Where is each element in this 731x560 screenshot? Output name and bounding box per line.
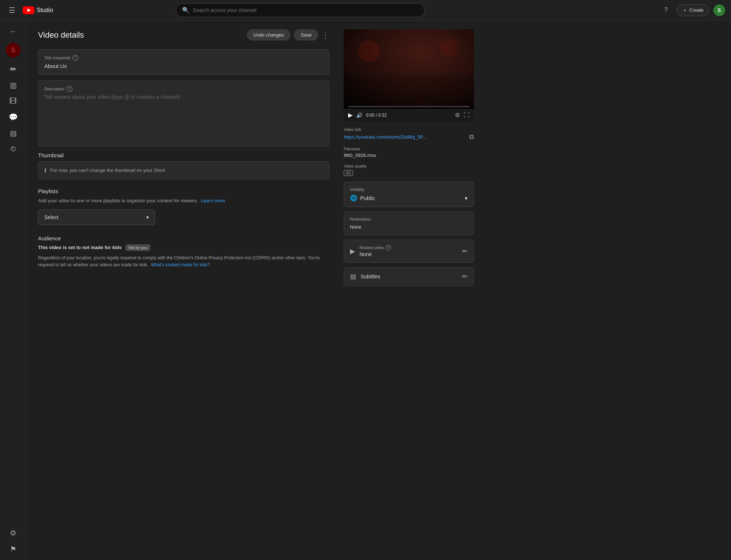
sidebar-item-copyright[interactable]: © — [0, 141, 26, 157]
description-help-icon[interactable]: ? — [67, 86, 72, 92]
film-icon: 🎞 — [10, 97, 17, 105]
sidebar-item-content[interactable]: 🎞 — [0, 93, 26, 109]
quality-section: Video quality SD — [344, 164, 474, 176]
sidebar-item-comments[interactable]: 💬 — [0, 109, 26, 125]
top-nav: ☰ Studio 🔍 ? ＋ Create S — [0, 0, 731, 20]
related-video-edit-icon[interactable]: ✏ — [462, 247, 468, 255]
more-options-button[interactable]: ⋮ — [322, 31, 329, 40]
audience-title: Audience — [38, 235, 329, 241]
page-title: Video details — [38, 30, 84, 40]
analytics-icon: ▥ — [10, 81, 17, 90]
search-icon: 🔍 — [182, 7, 189, 14]
title-value: About Us — [44, 63, 323, 69]
sidebar-item-subtitles[interactable]: ▤ — [0, 125, 26, 141]
thumbnail-section: Thumbnail ℹ For now, you can't change th… — [38, 152, 329, 179]
search-input[interactable] — [193, 7, 418, 13]
search-bar[interactable]: 🔍 — [176, 3, 425, 17]
title-label: Title (required) ? — [44, 55, 323, 61]
related-video-help-icon[interactable]: ? — [386, 245, 391, 250]
feedback-icon: ⚑ — [10, 545, 16, 553]
info-icon: ℹ — [44, 167, 46, 174]
hamburger-menu-icon[interactable]: ☰ — [6, 3, 18, 18]
save-button[interactable]: Save — [294, 29, 318, 41]
copy-link-icon[interactable]: ⧉ — [469, 133, 474, 141]
video-preview: ▶ 🔊 0:00 / 0:32 ⚙ ⛶ — [344, 29, 474, 121]
playlists-title: Playlists — [38, 188, 329, 194]
visibility-chevron-icon[interactable]: ▾ — [465, 195, 468, 202]
audience-notice: This video is set to not made for kids S… — [38, 244, 329, 251]
playlist-select-label: Select — [44, 214, 59, 220]
video-link-label: Video link — [344, 127, 474, 132]
video-progress-bar[interactable] — [348, 106, 470, 107]
visibility-card[interactable]: Visibility 🌐 Public ▾ — [344, 182, 474, 207]
page-title-area: Video details — [38, 30, 84, 40]
sidebar-item-settings[interactable]: ⚙ — [0, 525, 26, 541]
copyright-icon: © — [11, 145, 16, 153]
playlist-select-dropdown[interactable]: Select ▾ — [38, 210, 155, 225]
visibility-value: Public — [360, 195, 375, 201]
video-volume-button[interactable]: 🔊 — [356, 112, 362, 118]
related-video-play-icon: ▶ — [350, 247, 355, 255]
create-icon: ＋ — [682, 7, 687, 14]
back-icon: ← — [10, 27, 17, 35]
comments-icon: 💬 — [9, 113, 18, 121]
video-link-section: Video link https://youtube.com/shorts/2l… — [344, 127, 474, 141]
video-play-button[interactable]: ▶ — [348, 112, 353, 119]
sidebar: ← S ✏ ▥ 🎞 💬 ▤ © ⚙ ⚑ — [0, 20, 26, 560]
visibility-value-row: 🌐 Public ▾ — [350, 195, 468, 202]
video-overlay — [344, 29, 474, 106]
playlists-subtitle: Add your video to one or more playlists … — [38, 197, 329, 204]
video-link[interactable]: https://youtube.com/shorts/2ls88q_5P... — [344, 134, 427, 140]
thumbnail-notice: ℹ For now, you can't change the thumbnai… — [38, 161, 329, 179]
video-controls: ▶ 🔊 0:00 / 0:32 ⚙ ⛶ — [344, 109, 474, 121]
sidebar-item-channel-preview[interactable]: S — [0, 39, 26, 61]
sidebar-item-back[interactable]: ← — [0, 23, 26, 39]
subtitles-card: ▤ Subtitles ✏ — [344, 267, 474, 286]
not-for-kids-text: This video is set to not made for kids — [38, 245, 122, 250]
subtitles-edit-icon[interactable]: ✏ — [462, 273, 468, 281]
thumbnail-notice-text: For now, you can't change the thumbnail … — [50, 168, 165, 173]
thumbnail-section-title: Thumbnail — [38, 152, 329, 158]
subtitles-info: Subtitles — [361, 274, 380, 279]
sidebar-item-analytics[interactable]: ▥ — [0, 77, 26, 93]
related-video-inner: ▶ Related video ? None — [350, 245, 391, 257]
related-video-value: None — [359, 251, 391, 257]
sidebar-item-edit[interactable]: ✏ — [0, 61, 26, 77]
subtitles-label: Subtitles — [361, 274, 380, 279]
related-video-info: Related video ? None — [359, 245, 391, 257]
youtube-logo-icon — [23, 6, 34, 14]
create-label: Create — [689, 7, 704, 13]
title-help-icon[interactable]: ? — [72, 55, 78, 61]
svg-text:S: S — [11, 46, 15, 54]
filename-section: Filename IMG_0926.mov — [344, 147, 474, 158]
playlists-section: Playlists Add your video to one or more … — [38, 188, 329, 225]
filename-label: Filename — [344, 147, 474, 151]
audience-section: Audience This video is set to not made f… — [38, 235, 329, 268]
playlist-dropdown-icon: ▾ — [146, 214, 149, 220]
sidebar-item-feedback[interactable]: ⚑ — [0, 541, 26, 557]
settings-icon: ⚙ — [10, 529, 16, 537]
restrictions-value: None — [350, 224, 468, 230]
restrictions-card: Restrictions None — [344, 211, 474, 235]
video-settings-button[interactable]: ⚙ — [455, 112, 460, 119]
title-field[interactable]: Title (required) ? About Us — [38, 49, 329, 75]
description-field[interactable]: Description ? Tell viewers about your vi… — [38, 80, 329, 146]
coppa-description: Regardless of your location, you're lega… — [38, 255, 329, 268]
header-actions: Undo changes Save ⋮ — [247, 29, 329, 41]
video-time-display: 0:00 / 0:32 — [366, 113, 451, 118]
description-label: Description ? — [44, 86, 323, 92]
learn-more-link[interactable]: Learn more — [201, 198, 225, 203]
quality-label: Video quality — [344, 164, 474, 168]
restrictions-label: Restrictions — [350, 217, 468, 221]
avatar[interactable]: S — [713, 4, 725, 16]
video-thumbnail — [344, 29, 474, 106]
audience-badge: Set by you — [125, 244, 150, 251]
create-button[interactable]: ＋ Create — [677, 4, 709, 16]
undo-changes-button[interactable]: Undo changes — [247, 29, 291, 41]
quality-badge: SD — [344, 170, 353, 176]
video-fullscreen-button[interactable]: ⛶ — [464, 112, 470, 119]
coppa-link[interactable]: What's content made for kids? — [151, 262, 210, 267]
channel-thumbnail-icon: S — [6, 43, 20, 57]
nav-actions: ? ＋ Create S — [659, 4, 725, 17]
help-button[interactable]: ? — [659, 4, 672, 17]
